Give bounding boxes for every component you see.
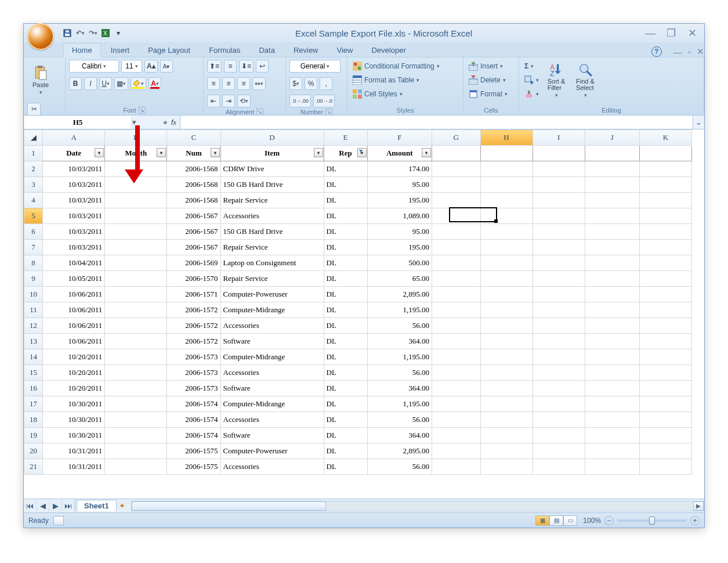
cell[interactable]: Accessories xyxy=(220,412,324,428)
font-color-button[interactable]: A ▾ xyxy=(149,77,161,90)
cell[interactable] xyxy=(105,428,167,443)
cell[interactable]: 10/03/2011 xyxy=(43,161,105,177)
cell[interactable]: 2006-1567 xyxy=(167,224,220,240)
cell[interactable] xyxy=(105,381,167,396)
qat-customize-icon[interactable]: ▾ xyxy=(113,28,124,38)
redo-icon[interactable]: ↷▾ xyxy=(88,28,98,38)
cell[interactable]: Software xyxy=(220,334,324,349)
cell[interactable]: 364.00 xyxy=(367,381,432,396)
cell[interactable] xyxy=(639,459,691,475)
filter-month[interactable]: ▾ xyxy=(157,148,166,157)
cell[interactable] xyxy=(533,443,585,459)
sheet-nav-prev-icon[interactable]: ◀ xyxy=(37,499,49,513)
cell[interactable]: 10/03/2011 xyxy=(43,240,105,255)
row-header-21[interactable]: 21 xyxy=(24,459,43,475)
cell[interactable] xyxy=(585,161,639,177)
cell[interactable]: DL xyxy=(324,224,367,240)
cell[interactable]: 10/31/2011 xyxy=(43,459,105,475)
cell[interactable]: DL xyxy=(324,287,367,302)
row-header-5[interactable]: 5 xyxy=(24,208,43,224)
percent-button[interactable]: % xyxy=(305,77,317,90)
cell[interactable]: DL xyxy=(324,381,367,396)
row-header-12[interactable]: 12 xyxy=(24,318,43,334)
cell[interactable] xyxy=(639,428,691,443)
italic-button[interactable]: I xyxy=(84,77,97,90)
cell[interactable] xyxy=(533,240,585,255)
cell[interactable] xyxy=(585,177,639,193)
cell[interactable] xyxy=(432,240,480,255)
cell[interactable]: 2006-1573 xyxy=(167,349,220,365)
cell[interactable]: 1,195.00 xyxy=(367,302,432,318)
cell[interactable] xyxy=(480,302,533,318)
row-header-11[interactable]: 11 xyxy=(24,302,43,318)
fx-label[interactable]: ●fx xyxy=(122,116,180,129)
cell[interactable]: 2006-1573 xyxy=(167,365,220,381)
font-name-select[interactable]: Calibri▾ xyxy=(69,60,119,73)
cell[interactable] xyxy=(639,240,691,255)
cell[interactable]: Computer-Midrange xyxy=(220,396,324,412)
insert-cells-button[interactable]: Insert▾ xyxy=(467,60,505,73)
cell[interactable] xyxy=(105,412,167,428)
cell[interactable] xyxy=(432,396,480,412)
cell[interactable]: DL xyxy=(324,334,367,349)
minimize-button[interactable]: — xyxy=(644,27,657,39)
col-header-I[interactable]: I xyxy=(533,130,585,146)
col-header-E[interactable]: E xyxy=(324,130,367,146)
cell[interactable] xyxy=(105,302,167,318)
cell[interactable]: 1,195.00 xyxy=(367,396,432,412)
cell[interactable] xyxy=(480,271,533,287)
cell[interactable]: DL xyxy=(324,271,367,287)
cell[interactable] xyxy=(105,349,167,365)
tab-data[interactable]: Data xyxy=(250,43,283,57)
row-header-17[interactable]: 17 xyxy=(24,396,43,412)
cell[interactable]: DL xyxy=(324,208,367,224)
zoom-level[interactable]: 100% xyxy=(583,517,601,525)
cell[interactable] xyxy=(533,396,585,412)
zoom-slider[interactable] xyxy=(617,519,687,522)
cell[interactable] xyxy=(105,240,167,255)
horizontal-scrollbar[interactable]: ◀ ▶ xyxy=(131,501,704,511)
tab-home[interactable]: Home xyxy=(63,43,101,57)
cell[interactable]: Laptop on Consignment xyxy=(220,255,324,271)
increase-font-icon[interactable]: A▴ xyxy=(144,60,158,73)
cell[interactable]: 150 GB Hard Drive xyxy=(220,224,324,240)
cell[interactable]: Computer-Poweruser xyxy=(220,443,324,459)
cell[interactable] xyxy=(533,271,585,287)
cell[interactable] xyxy=(432,224,480,240)
cell[interactable] xyxy=(585,412,639,428)
cell[interactable]: 500.00 xyxy=(367,255,432,271)
cell[interactable] xyxy=(639,349,691,365)
cell[interactable] xyxy=(105,396,167,412)
cell[interactable] xyxy=(432,302,480,318)
col-header-H[interactable]: H xyxy=(480,130,533,146)
tab-developer[interactable]: Developer xyxy=(363,43,414,57)
cell[interactable]: 2006-1572 xyxy=(167,318,220,334)
cell[interactable] xyxy=(585,193,639,208)
alignment-dialog-launcher[interactable]: ↘ xyxy=(256,109,263,116)
tab-insert[interactable]: Insert xyxy=(102,43,139,57)
cell[interactable] xyxy=(585,396,639,412)
row-header-15[interactable]: 15 xyxy=(24,365,43,381)
cell[interactable] xyxy=(480,428,533,443)
mdi-close-button[interactable]: ✕ xyxy=(697,46,704,57)
cell[interactable] xyxy=(480,459,533,475)
increase-decimal-icon[interactable]: .0→.00 xyxy=(289,95,311,107)
cell[interactable]: Software xyxy=(220,381,324,396)
comma-style-button[interactable]: , xyxy=(320,77,332,90)
undo-icon[interactable]: ↶▾ xyxy=(75,28,85,38)
tab-review[interactable]: Review xyxy=(285,43,327,57)
cell[interactable] xyxy=(639,334,691,349)
cell[interactable] xyxy=(105,255,167,271)
cell[interactable]: Computer-Midrange xyxy=(220,302,324,318)
cell[interactable]: 2006-1574 xyxy=(167,412,220,428)
find-select-button[interactable]: Find & Select▾ xyxy=(572,60,599,100)
cell[interactable]: 2,895.00 xyxy=(367,443,432,459)
cell[interactable] xyxy=(639,255,691,271)
cell[interactable] xyxy=(480,193,533,208)
hscroll-right-icon[interactable]: ▶ xyxy=(693,501,704,511)
cell[interactable]: 2006-1573 xyxy=(167,381,220,396)
cell[interactable] xyxy=(585,271,639,287)
font-dialog-launcher[interactable]: ↘ xyxy=(139,107,146,114)
decrease-indent-icon[interactable]: ⇤ xyxy=(207,95,220,107)
col-header-J[interactable]: J xyxy=(585,130,639,146)
